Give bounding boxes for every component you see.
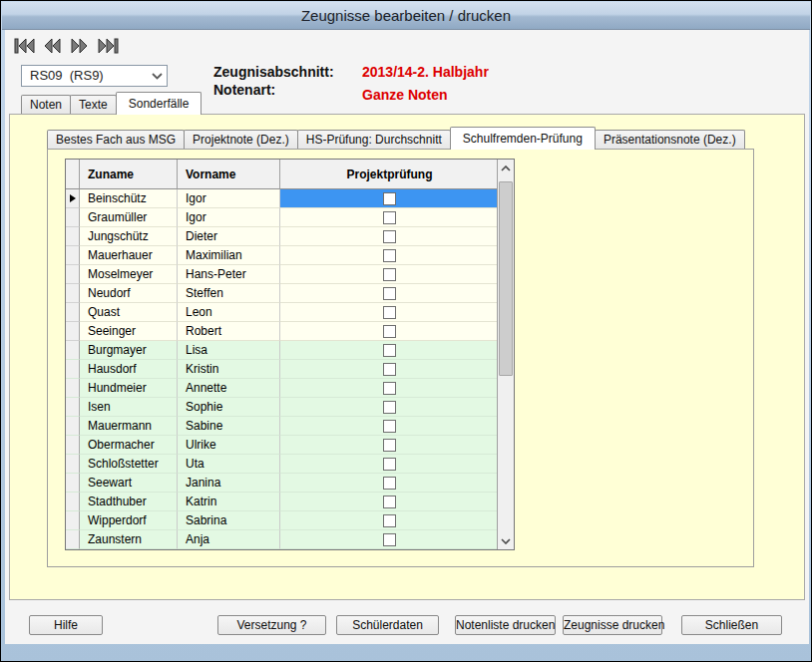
- vertical-scrollbar[interactable]: [497, 160, 514, 549]
- previous-record-icon[interactable]: [41, 37, 63, 54]
- student-row[interactable]: IsenSophie: [66, 398, 514, 417]
- projektpruefung-checkbox[interactable]: [383, 401, 396, 414]
- cell-projektpruefung[interactable]: [280, 208, 499, 227]
- last-record-icon[interactable]: [97, 37, 119, 54]
- row-selector-cell[interactable]: [66, 474, 80, 493]
- chevron-down-icon[interactable]: [147, 66, 167, 86]
- cell-vorname[interactable]: Kristin: [178, 360, 280, 379]
- projektpruefung-checkbox[interactable]: [383, 325, 396, 338]
- next-record-icon[interactable]: [69, 37, 91, 54]
- student-row[interactable]: MauermannSabine: [66, 417, 514, 436]
- student-row[interactable]: StadthuberKatrin: [66, 493, 514, 511]
- cell-zuname[interactable]: Graumüller: [80, 208, 178, 227]
- cell-projektpruefung[interactable]: [280, 303, 499, 322]
- projektpruefung-checkbox[interactable]: [383, 477, 396, 490]
- row-selector-cell[interactable]: [66, 341, 80, 360]
- row-selector-cell[interactable]: [66, 417, 80, 436]
- class-select[interactable]: RS09 (RS9): [21, 65, 168, 87]
- cell-projektpruefung[interactable]: [280, 398, 499, 417]
- cell-zuname[interactable]: Seewart: [80, 474, 178, 493]
- student-row[interactable]: SeeingerRobert: [66, 322, 514, 341]
- notenliste-drucken-button[interactable]: Notenliste drucken: [455, 615, 556, 635]
- cell-zuname[interactable]: Hausdorf: [80, 360, 178, 379]
- cell-vorname[interactable]: Katrin: [178, 493, 280, 511]
- projektpruefung-checkbox[interactable]: [383, 249, 396, 262]
- cell-zuname[interactable]: Obermacher: [80, 436, 178, 455]
- row-selector-cell[interactable]: [66, 284, 80, 303]
- cell-projektpruefung[interactable]: [280, 379, 499, 398]
- cell-zuname[interactable]: Zaunstern: [80, 530, 178, 549]
- student-row[interactable]: HundmeierAnnette: [66, 379, 514, 398]
- cell-projektpruefung[interactable]: [280, 530, 499, 549]
- cell-vorname[interactable]: Sabine: [178, 417, 280, 436]
- cell-vorname[interactable]: Maximilian: [178, 246, 280, 265]
- student-row[interactable]: BeinschützIgor: [66, 189, 514, 208]
- student-row[interactable]: JungschützDieter: [66, 227, 514, 246]
- cell-projektpruefung[interactable]: [280, 189, 499, 208]
- scroll-down-icon[interactable]: [498, 532, 514, 549]
- cell-projektpruefung[interactable]: [280, 436, 499, 455]
- cell-zuname[interactable]: Mauerhauer: [80, 246, 178, 265]
- row-selector-cell[interactable]: [66, 511, 80, 530]
- cell-zuname[interactable]: Wipperdorf: [80, 511, 178, 530]
- projektpruefung-checkbox[interactable]: [383, 496, 396, 508]
- cell-vorname[interactable]: Dieter: [178, 227, 280, 246]
- cell-vorname[interactable]: Igor: [178, 189, 280, 208]
- cell-projektpruefung[interactable]: [280, 511, 499, 530]
- row-selector-cell[interactable]: [66, 530, 80, 549]
- cell-vorname[interactable]: Lisa: [178, 341, 280, 360]
- student-row[interactable]: NeudorfSteffen: [66, 284, 514, 303]
- projektpruefung-checkbox[interactable]: [383, 363, 396, 376]
- student-row[interactable]: ZaunsternAnja: [66, 530, 514, 549]
- cell-vorname[interactable]: Hans-Peter: [178, 265, 280, 284]
- versetzung-button[interactable]: Versetzung ?: [217, 615, 326, 635]
- cell-projektpruefung[interactable]: [280, 227, 499, 246]
- tab-noten[interactable]: Noten: [21, 95, 71, 114]
- student-row[interactable]: MauerhauerMaximilian: [66, 246, 514, 265]
- student-row[interactable]: HausdorfKristin: [66, 360, 514, 379]
- cell-vorname[interactable]: Igor: [178, 208, 280, 227]
- tab-sonderfälle[interactable]: Sonderfälle: [116, 92, 203, 115]
- cell-projektpruefung[interactable]: [280, 265, 499, 284]
- row-selector-cell[interactable]: [66, 246, 80, 265]
- cell-projektpruefung[interactable]: [280, 474, 499, 493]
- cell-projektpruefung[interactable]: [280, 455, 499, 474]
- cell-zuname[interactable]: Burgmayer: [80, 341, 178, 360]
- projektpruefung-checkbox[interactable]: [383, 533, 396, 546]
- cell-zuname[interactable]: Hundmeier: [80, 379, 178, 398]
- cell-zuname[interactable]: Isen: [80, 398, 178, 417]
- cell-vorname[interactable]: Sophie: [178, 398, 280, 417]
- row-selector-cell[interactable]: [66, 227, 80, 246]
- student-row[interactable]: MoselmeyerHans-Peter: [66, 265, 514, 284]
- row-selector-cell[interactable]: [66, 189, 80, 208]
- cell-zuname[interactable]: Quast: [80, 303, 178, 322]
- cell-projektpruefung[interactable]: [280, 246, 499, 265]
- row-selector-cell[interactable]: [66, 493, 80, 511]
- cell-vorname[interactable]: Anja: [178, 530, 280, 549]
- cell-vorname[interactable]: Steffen: [178, 284, 280, 303]
- projektpruefung-checkbox[interactable]: [383, 268, 396, 281]
- student-row[interactable]: GraumüllerIgor: [66, 208, 514, 227]
- cell-vorname[interactable]: Uta: [178, 455, 280, 474]
- student-row[interactable]: ObermacherUlrike: [66, 436, 514, 455]
- row-selector-cell[interactable]: [66, 360, 80, 379]
- row-selector-cell[interactable]: [66, 322, 80, 341]
- cell-vorname[interactable]: Robert: [178, 322, 280, 341]
- projektpruefung-checkbox[interactable]: [383, 287, 396, 300]
- row-selector-cell[interactable]: [66, 265, 80, 284]
- schließen-button[interactable]: Schließen: [681, 615, 782, 635]
- cell-zuname[interactable]: Neudorf: [80, 284, 178, 303]
- cell-vorname[interactable]: Ulrike: [178, 436, 280, 455]
- cell-projektpruefung[interactable]: [280, 493, 499, 511]
- projektpruefung-checkbox[interactable]: [383, 382, 396, 395]
- cell-vorname[interactable]: Leon: [178, 303, 280, 322]
- cell-zuname[interactable]: Jungschütz: [80, 227, 178, 246]
- cell-zuname[interactable]: Mauermann: [80, 417, 178, 436]
- cell-projektpruefung[interactable]: [280, 322, 499, 341]
- tab-texte[interactable]: Texte: [70, 95, 117, 114]
- subtab-schulfremden-prüfung[interactable]: Schulfremden-Prüfung: [450, 127, 596, 150]
- scrollbar-thumb[interactable]: [499, 181, 513, 376]
- row-selector-cell[interactable]: [66, 379, 80, 398]
- student-row[interactable]: SchloßstetterUta: [66, 455, 514, 474]
- cell-zuname[interactable]: Beinschütz: [80, 189, 178, 208]
